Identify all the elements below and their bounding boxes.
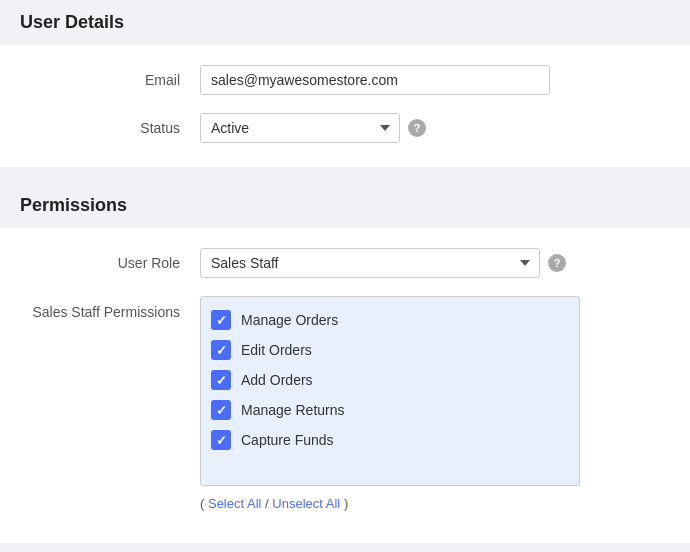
permissions-control: ✓ Manage Orders ✓ Edit Orders <box>200 296 580 511</box>
permissions-body: User Role Sales Staff Admin Manager Supp… <box>0 228 690 543</box>
close-paren: ) <box>344 496 348 511</box>
email-field[interactable] <box>200 65 550 95</box>
sales-staff-permissions-row: Sales Staff Permissions ✓ Manage Orders … <box>30 296 660 511</box>
checkmark-icon: ✓ <box>216 374 227 387</box>
select-all-link[interactable]: Select All <box>208 496 261 511</box>
unselect-all-link[interactable]: Unselect All <box>272 496 340 511</box>
permission-label-manage-orders: Manage Orders <box>241 312 338 328</box>
status-row: Status Active Inactive Pending ? <box>30 113 660 143</box>
user-role-label: User Role <box>30 255 200 271</box>
list-item[interactable]: ✓ Capture Funds <box>201 425 579 455</box>
permissions-title: Permissions <box>20 195 127 215</box>
email-label: Email <box>30 72 200 88</box>
user-details-header: User Details <box>0 0 690 45</box>
permission-checkbox-manage-orders[interactable]: ✓ <box>211 310 231 330</box>
status-help-icon[interactable]: ? <box>408 119 426 137</box>
permission-label-add-orders: Add Orders <box>241 372 313 388</box>
permissions-header: Permissions <box>0 183 690 228</box>
status-select[interactable]: Active Inactive Pending <box>200 113 400 143</box>
status-label: Status <box>30 120 200 136</box>
permission-checkbox-edit-orders[interactable]: ✓ <box>211 340 231 360</box>
user-role-select[interactable]: Sales Staff Admin Manager Support <box>200 248 540 278</box>
email-row: Email <box>30 65 660 95</box>
permission-label-capture-funds: Capture Funds <box>241 432 334 448</box>
checkmark-icon: ✓ <box>216 404 227 417</box>
email-control <box>200 65 660 95</box>
list-item[interactable]: ✓ Add Orders <box>201 365 579 395</box>
slash-separator: / <box>265 496 269 511</box>
user-role-control: Sales Staff Admin Manager Support ? <box>200 248 660 278</box>
select-unselect-row: ( Select All / Unselect All ) <box>200 486 580 511</box>
user-role-help-icon[interactable]: ? <box>548 254 566 272</box>
permissions-section: Permissions User Role Sales Staff Admin … <box>0 183 690 543</box>
checkmark-icon: ✓ <box>216 344 227 357</box>
user-role-row: User Role Sales Staff Admin Manager Supp… <box>30 248 660 278</box>
user-details-title: User Details <box>20 12 124 32</box>
list-item[interactable]: ✓ Manage Returns <box>201 395 579 425</box>
permission-label-manage-returns: Manage Returns <box>241 402 345 418</box>
status-select-wrapper: Active Inactive Pending <box>200 113 400 143</box>
user-details-section: User Details Email Status Active Inactiv… <box>0 0 690 167</box>
permissions-list[interactable]: ✓ Manage Orders ✓ Edit Orders <box>201 297 579 485</box>
checkmark-icon: ✓ <box>216 314 227 327</box>
permission-label-edit-orders: Edit Orders <box>241 342 312 358</box>
list-item[interactable]: ✓ Edit Orders <box>201 335 579 365</box>
permission-checkbox-manage-returns[interactable]: ✓ <box>211 400 231 420</box>
status-control: Active Inactive Pending ? <box>200 113 660 143</box>
permission-checkbox-add-orders[interactable]: ✓ <box>211 370 231 390</box>
list-item[interactable]: ✓ Manage Orders <box>201 305 579 335</box>
user-role-select-wrapper: Sales Staff Admin Manager Support <box>200 248 540 278</box>
user-details-body: Email Status Active Inactive Pending ? <box>0 45 690 167</box>
permission-checkbox-capture-funds[interactable]: ✓ <box>211 430 231 450</box>
checkmark-icon: ✓ <box>216 434 227 447</box>
open-paren: ( <box>200 496 204 511</box>
permissions-list-container: ✓ Manage Orders ✓ Edit Orders <box>200 296 580 486</box>
sales-staff-permissions-label: Sales Staff Permissions <box>30 296 200 320</box>
